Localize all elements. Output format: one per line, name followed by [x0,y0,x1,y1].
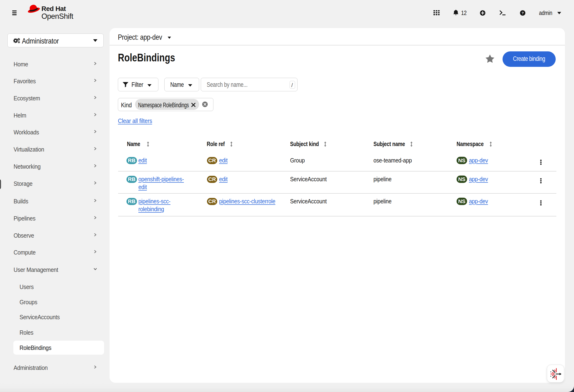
svg-text:?: ? [522,11,524,15]
